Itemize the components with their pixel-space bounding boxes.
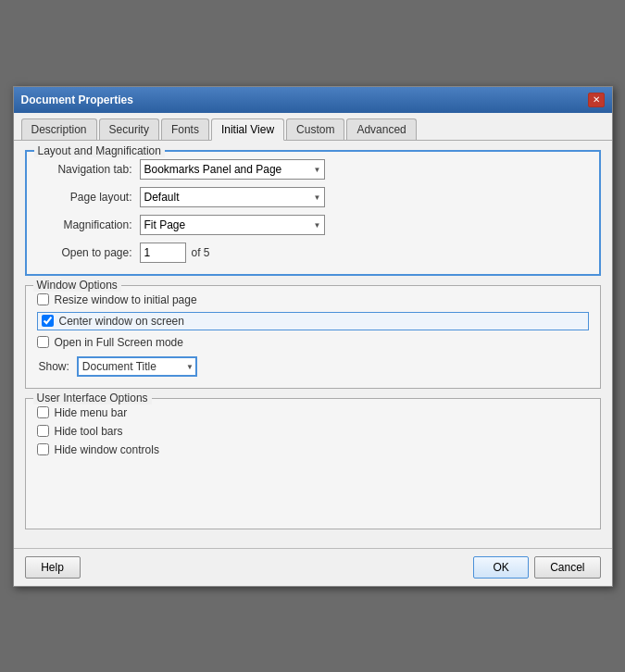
help-button[interactable]: Help (25, 556, 81, 579)
window-options-section: Window Options Resize window to initial … (25, 285, 601, 389)
tab-fonts[interactable]: Fonts (161, 118, 209, 140)
hide-toolbar-checkbox[interactable] (37, 425, 49, 437)
open-to-page-input-row: of 5 (140, 243, 210, 263)
title-bar: Document Properties ✕ (14, 87, 612, 113)
layout-magnification-label: Layout and Magnification (34, 144, 165, 157)
tab-advanced[interactable]: Advanced (346, 118, 416, 140)
cancel-button[interactable]: Cancel (534, 556, 600, 579)
resize-checkbox[interactable] (37, 293, 49, 305)
window-options-label: Window Options (33, 279, 121, 292)
hide-window-label: Hide window controls (55, 443, 159, 456)
magnification-select[interactable]: Fit Page Fit Width Fit Height Fit Visibl… (140, 215, 325, 235)
center-checkbox-row: Center window on screen (37, 312, 589, 330)
of-pages-text: of 5 (192, 246, 210, 259)
show-row: Show: Document Title File Name (37, 356, 589, 377)
page-layout-select[interactable]: Default Single Page Two-Up Two-Up (Cover… (140, 187, 325, 207)
hide-toolbar-row: Hide tool bars (37, 425, 589, 438)
navigation-tab-row: Navigation tab: Bookmarks Panel and Page… (38, 159, 588, 180)
center-checkbox-label: Center window on screen (59, 315, 184, 328)
layout-magnification-section: Layout and Magnification Navigation tab:… (25, 150, 601, 276)
show-select-wrapper: Document Title File Name (77, 356, 197, 377)
page-layout-select-wrapper: Default Single Page Two-Up Two-Up (Cover… (140, 187, 325, 207)
fullscreen-checkbox-label: Open in Full Screen mode (55, 336, 183, 349)
tabs-container: Description Security Fonts Initial View … (14, 113, 612, 141)
open-to-page-row: Open to page: of 5 (38, 243, 588, 263)
magnification-label: Magnification: (38, 218, 140, 231)
page-layout-label: Page layout: (38, 191, 140, 204)
show-label: Show: (39, 360, 69, 373)
tab-description[interactable]: Description (21, 118, 97, 140)
hide-window-row: Hide window controls (37, 443, 589, 456)
fullscreen-checkbox-row: Open in Full Screen mode (37, 336, 589, 349)
fullscreen-checkbox[interactable] (37, 336, 49, 348)
center-checkbox[interactable] (42, 315, 54, 327)
tab-security[interactable]: Security (99, 118, 159, 140)
hide-menu-row: Hide menu bar (37, 406, 589, 419)
user-interface-section: User Interface Options Hide menu bar Hid… (25, 398, 601, 529)
tab-custom[interactable]: Custom (286, 118, 344, 140)
navigation-tab-label: Navigation tab: (38, 163, 140, 176)
resize-checkbox-row: Resize window to initial page (37, 293, 589, 306)
magnification-select-wrapper: Fit Page Fit Width Fit Height Fit Visibl… (140, 215, 325, 235)
hide-window-checkbox[interactable] (37, 443, 49, 455)
open-to-page-input[interactable] (140, 243, 186, 263)
action-buttons: OK Cancel (473, 556, 600, 579)
magnification-row: Magnification: Fit Page Fit Width Fit He… (38, 215, 588, 235)
page-layout-row: Page layout: Default Single Page Two-Up … (38, 187, 588, 207)
hide-menu-label: Hide menu bar (55, 406, 128, 419)
ok-button[interactable]: OK (473, 556, 529, 579)
tab-initial-view[interactable]: Initial View (211, 118, 284, 141)
navigation-tab-select-wrapper: Bookmarks Panel and Page Page Only Bookm… (140, 159, 325, 180)
hide-menu-checkbox[interactable] (37, 406, 49, 418)
navigation-tab-select[interactable]: Bookmarks Panel and Page Page Only Bookm… (140, 159, 325, 180)
open-to-page-label: Open to page: (38, 246, 140, 259)
window-title: Document Properties (21, 93, 133, 106)
bottom-bar: Help OK Cancel (14, 548, 612, 586)
document-properties-window: Document Properties ✕ Description Securi… (13, 86, 613, 587)
hide-toolbar-label: Hide tool bars (55, 425, 123, 438)
show-select[interactable]: Document Title File Name (77, 356, 197, 377)
resize-checkbox-label: Resize window to initial page (55, 293, 197, 306)
close-button[interactable]: ✕ (588, 93, 605, 107)
user-interface-label: User Interface Options (33, 392, 152, 404)
content-area: Layout and Magnification Navigation tab:… (14, 141, 612, 548)
